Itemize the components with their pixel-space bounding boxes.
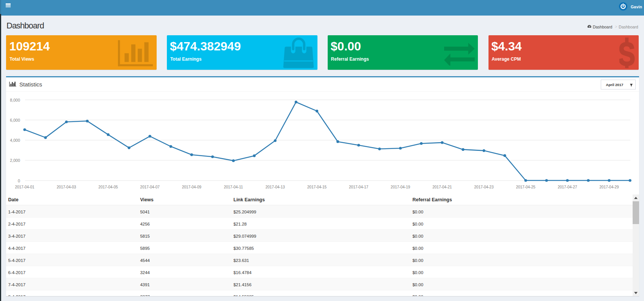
svg-text:2017-04-27: 2017-04-27	[558, 185, 577, 189]
svg-text:0: 0	[18, 179, 20, 183]
svg-text:2017-04-19: 2017-04-19	[391, 185, 410, 189]
svg-text:2017-04-23: 2017-04-23	[474, 185, 494, 189]
svg-text:2017-04-21: 2017-04-21	[432, 185, 452, 189]
svg-text:8,000: 8,000	[10, 98, 20, 102]
svg-text:2017-04-29: 2017-04-29	[600, 185, 619, 189]
svg-text:2017-04-15: 2017-04-15	[307, 185, 327, 189]
svg-text:2017-04-03: 2017-04-03	[57, 185, 77, 189]
svg-text:2017-04-13: 2017-04-13	[265, 185, 285, 189]
svg-text:2017-04-07: 2017-04-07	[140, 185, 160, 189]
svg-text:S: S	[619, 38, 635, 68]
svg-text:2017-04-01: 2017-04-01	[15, 185, 35, 189]
svg-text:2017-04-11: 2017-04-11	[224, 185, 243, 189]
svg-text:2017-04-05: 2017-04-05	[99, 185, 118, 189]
svg-text:6,000: 6,000	[10, 118, 20, 122]
svg-text:2017-04-25: 2017-04-25	[516, 185, 536, 189]
svg-text:4,000: 4,000	[10, 138, 20, 143]
svg-text:2,000: 2,000	[10, 158, 20, 163]
svg-text:2017-04-17: 2017-04-17	[349, 185, 369, 189]
svg-text:2017-04-09: 2017-04-09	[182, 185, 202, 189]
